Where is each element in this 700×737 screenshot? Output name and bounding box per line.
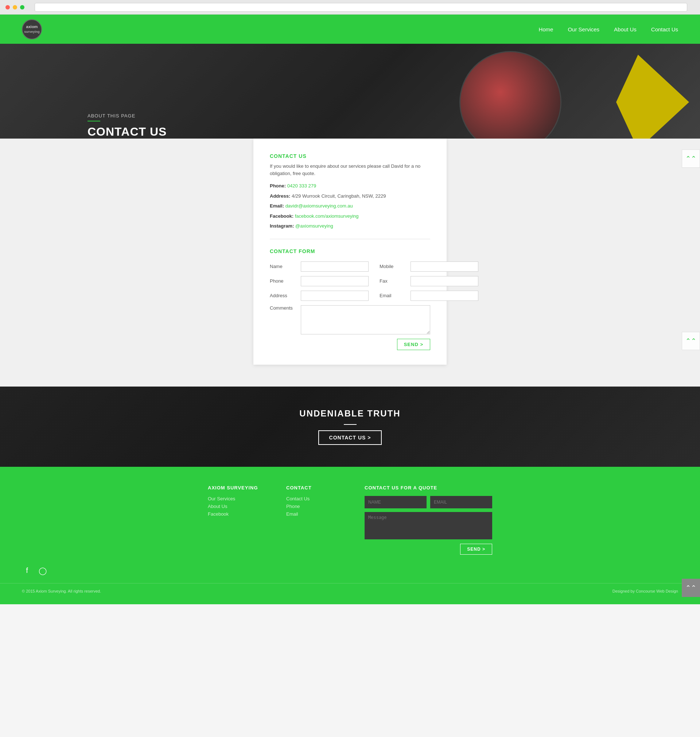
phone-label: Phone: [270,183,286,188]
contact-card: CONTACT US If you would like to enquire … [253,138,447,365]
footer-link-facebook[interactable]: Facebook [208,511,264,517]
scroll-up-footer-button[interactable]: ⌃⌃ [682,579,700,597]
address-form-label: Address [270,293,294,298]
send-button[interactable]: SEND > [397,339,430,350]
browser-chrome [0,0,700,15]
footer-col1-title: AXIOM SURVEYING [208,485,264,490]
chevron-up-icon-1: ⌃⌃ [685,155,696,162]
footer-link-our-services[interactable]: Our Services [208,496,264,502]
phone-fax-row: Phone Fax [270,276,430,286]
footer-col3-title: CONTACT US FOR A QUOTE [365,485,492,490]
main-nav: Home Our Services About Us Contact Us [538,26,678,32]
contact-facebook: Facebook: facebook.com/axiomsurveying [270,213,430,220]
footer-send-row: SEND > [365,544,492,555]
nav-contact-us[interactable]: Contact Us [651,26,678,32]
site-header: axiomsurveying Home Our Services About U… [0,15,700,44]
copyright-text: © 2015 Axiom Surveying. All rights reser… [22,589,101,593]
contact-address: Address: 4/29 Wurrook Circuit, Caringbah… [270,193,430,200]
phone-link[interactable]: 0420 333 279 [287,183,316,188]
footer-contact-form: CONTACT US FOR A QUOTE SEND > [365,485,492,555]
contact-info-title: CONTACT US [270,153,430,159]
comments-textarea[interactable] [301,305,430,334]
footer-col-contact: CONTACT Contact Us Phone Email [286,485,343,555]
minimize-dot[interactable] [13,5,17,9]
logo-text: axiomsurveying [24,24,40,34]
hero-divider [87,121,100,121]
footer-link-about-us[interactable]: About Us [208,504,264,509]
email-form-label: Email [379,293,403,298]
contact-email: Email: davidr@axiomsurveying.com.au [270,202,430,210]
cta-divider [344,424,357,425]
hero-label: ABOUT THIS PAGE [87,113,167,119]
cta-title: UNDENIABLE TRUTH [299,409,400,419]
cta-section: UNDENIABLE TRUTH CONTACT US > [0,387,700,467]
address-label: Address: [270,193,290,199]
footer-link-phone[interactable]: Phone [286,504,343,509]
instagram-label: Instagram: [270,223,294,229]
logo[interactable]: axiomsurveying [22,19,42,40]
footer-name-email-row [365,496,492,508]
mobile-input[interactable] [410,262,478,272]
footer-social: f ◯ [0,566,700,576]
chevron-up-icon-2: ⌃⌃ [685,338,696,344]
nav-home[interactable]: Home [538,26,553,32]
comments-row: Comments [270,305,430,334]
cta-button[interactable]: CONTACT US > [318,430,382,445]
phone-form-label: Phone [270,278,294,284]
footer-col-axiom: AXIOM SURVEYING Our Services About Us Fa… [208,485,264,555]
send-row: SEND > [270,339,430,350]
mobile-label: Mobile [379,264,403,269]
nav-our-services[interactable]: Our Services [568,26,599,32]
comments-label: Comments [270,305,294,311]
address-value: 4/29 Wurrook Circuit, Caringbah, NSW, 22… [292,193,386,199]
footer-send-button[interactable]: SEND > [460,544,492,555]
phone-input[interactable] [301,276,369,286]
footer-message-textarea[interactable] [365,512,492,539]
address-input[interactable] [301,291,369,301]
hero-text: ABOUT THIS PAGE CONTACT US [0,113,167,138]
instagram-social-icon[interactable]: ◯ [38,566,48,576]
footer-wrapper: AXIOM SURVEYING Our Services About Us Fa… [0,467,700,604]
footer-inner: AXIOM SURVEYING Our Services About Us Fa… [186,485,514,555]
footer-link-email[interactable]: Email [286,511,343,517]
contact-description: If you would like to enquire about our s… [270,163,430,177]
site-footer: AXIOM SURVEYING Our Services About Us Fa… [0,467,700,604]
contact-form-title: CONTACT FORM [270,248,430,254]
address-email-row: Address Email [270,291,430,301]
name-mobile-row: Name Mobile [270,262,430,272]
scroll-up-button-2[interactable]: ⌃⌃ [682,332,700,350]
hero-title: CONTACT US [87,125,167,138]
facebook-social-icon[interactable]: f [22,566,32,576]
chevron-up-icon-footer: ⌃⌃ [685,585,696,591]
footer-link-contact-us[interactable]: Contact Us [286,496,343,502]
instrument-graphic [459,51,562,153]
footer-col2-title: CONTACT [286,485,343,490]
designed-by-text: Designed by Concourse Web Design [613,589,678,593]
email-link[interactable]: davidr@axiomsurveying.com.au [285,203,353,209]
main-content: ⌃⌃ CONTACT US If you would like to enqui… [0,138,700,387]
email-label: Email: [270,203,284,209]
nav-about-us[interactable]: About Us [614,26,637,32]
close-dot[interactable] [6,5,10,9]
footer-email-input[interactable] [430,496,492,508]
divider [270,239,430,239]
facebook-label: Facebook: [270,213,294,219]
facebook-link[interactable]: facebook.com/axiomsurveying [295,213,359,219]
fax-label: Fax [379,278,403,284]
name-label: Name [270,264,294,269]
footer-name-input[interactable] [365,496,426,508]
contact-instagram: Instagram: @axiomsurveying [270,222,430,230]
instagram-link[interactable]: @axiomsurveying [295,223,333,229]
name-input[interactable] [301,262,369,272]
email-input[interactable] [410,291,478,301]
contact-phone: Phone: 0420 333 279 [270,182,430,190]
scroll-up-button-1[interactable]: ⌃⌃ [682,150,700,168]
address-bar[interactable] [35,3,687,12]
maximize-dot[interactable] [20,5,24,9]
footer-bottom: © 2015 Axiom Surveying. All rights reser… [0,583,700,593]
fax-input[interactable] [410,276,478,286]
